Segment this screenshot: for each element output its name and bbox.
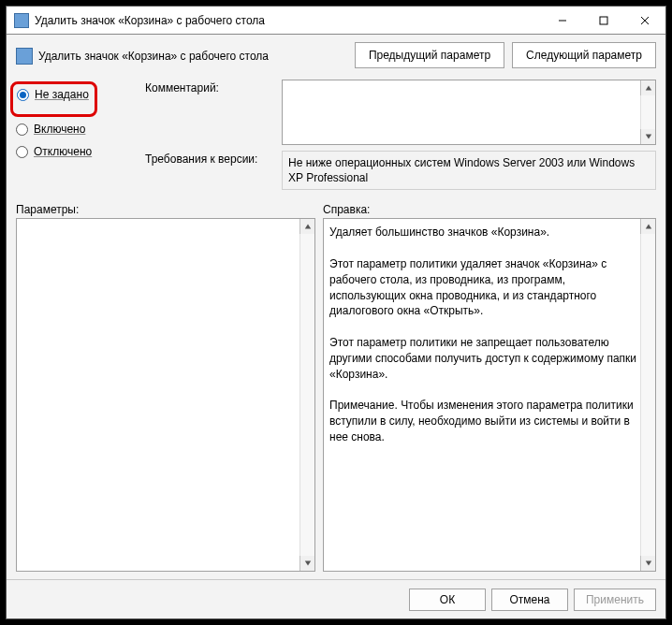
radio-dot-icon [16,124,28,136]
cancel-button[interactable]: Отмена [491,589,568,611]
radio-disabled[interactable]: Отключено [16,145,138,158]
scroll-down-icon[interactable] [640,129,655,144]
radio-label: Отключено [34,145,92,158]
scroll-down-icon[interactable] [299,556,314,571]
policy-editor-window: Удалить значок «Корзина» с рабочего стол… [6,6,666,619]
radio-not-configured[interactable]: Не задано [17,88,89,101]
titlebar: Удалить значок «Корзина» с рабочего стол… [7,7,665,35]
app-icon [14,13,29,28]
scroll-track[interactable] [640,95,655,129]
scroll-up-icon[interactable] [299,219,314,234]
scrollbar[interactable] [640,219,655,571]
comment-textarea[interactable] [282,80,656,145]
next-setting-button[interactable]: Следующий параметр [512,42,656,68]
help-label: Справка: [323,203,656,216]
comment-label: Комментарий: [145,80,276,94]
params-content [22,225,296,565]
maximize-button[interactable] [583,7,624,35]
requirements-value: Не ниже операционных систем Windows Serv… [282,151,656,190]
apply-button[interactable]: Применить [574,589,656,611]
tutorial-highlight: Не задано [10,81,97,117]
scrollbar[interactable] [640,80,655,144]
ok-button[interactable]: ОК [409,589,486,611]
scroll-down-icon[interactable] [640,556,655,571]
radio-dot-icon [16,146,28,158]
footer: ОК Отмена Применить [7,579,665,618]
window-title: Удалить значок «Корзина» с рабочего стол… [35,14,542,27]
radio-enabled[interactable]: Включено [16,123,138,136]
params-panel [16,218,315,572]
close-button[interactable] [624,7,665,35]
previous-setting-button[interactable]: Предыдущий параметр [355,42,504,68]
params-label: Параметры: [16,203,315,216]
content-area: Удалить значок «Корзина» с рабочего стол… [7,35,665,579]
policy-icon [16,48,33,65]
requirements-label: Требования к версии: [145,151,276,166]
scrollbar[interactable] [299,219,314,571]
svg-rect-0 [600,17,607,24]
state-radio-group: Не задано Включено Отключено [16,80,138,190]
minimize-button[interactable] [542,7,583,35]
help-content: Удаляет большинство значков «Корзина». Э… [329,225,636,565]
scroll-up-icon[interactable] [640,80,655,95]
radio-label: Включено [34,123,85,136]
policy-title: Удалить значок «Корзина» с рабочего стол… [38,50,269,63]
help-panel: Удаляет большинство значков «Корзина». Э… [323,218,656,572]
radio-label: Не задано [35,88,89,101]
scroll-track[interactable] [299,234,314,556]
radio-dot-icon [17,89,29,101]
scroll-track[interactable] [640,234,655,556]
scroll-up-icon[interactable] [640,219,655,234]
